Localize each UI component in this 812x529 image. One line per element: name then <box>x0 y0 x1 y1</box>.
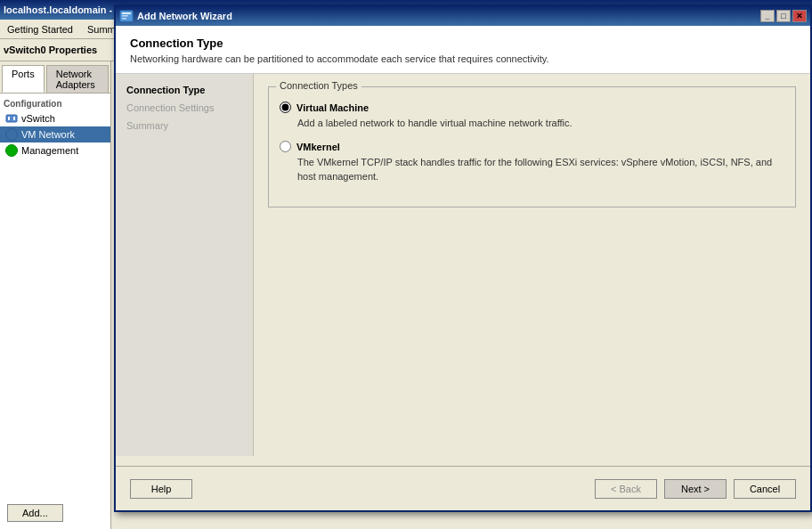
svg-rect-4 <box>122 12 131 14</box>
help-button[interactable]: Help <box>130 479 192 499</box>
virtual-machine-description: Add a labeled network to handle virtual … <box>297 117 784 130</box>
menu-getting-started[interactable]: Getting Started <box>0 22 80 37</box>
dialog-footer: Help < Back Next > Cancel <box>116 466 810 510</box>
cancel-button[interactable]: Cancel <box>734 479 796 499</box>
back-button[interactable]: < Back <box>595 479 657 499</box>
wizard-nav-summary: Summary <box>116 117 253 134</box>
vmkernel-radio[interactable] <box>280 141 291 152</box>
vmkernel-description: The VMkernel TCP/IP stack handles traffi… <box>297 156 784 183</box>
header-description: Networking hardware can be partitioned t… <box>130 53 796 64</box>
wizard-nav-connection-type[interactable]: Connection Type <box>116 81 253 99</box>
add-button[interactable]: Add... <box>7 504 63 522</box>
svg-rect-0 <box>6 115 17 122</box>
sidebar-item-vm-network[interactable]: VM Network <box>0 126 110 142</box>
vmkernel-option: VMkernel The VMkernel TCP/IP stack handl… <box>280 141 784 183</box>
config-label: Configuration <box>0 94 110 110</box>
dialog-title-text: Add Network Wizard <box>119 9 232 23</box>
tab-network-adapters[interactable]: Network Adapters <box>46 65 109 93</box>
management-label: Management <box>21 145 78 156</box>
dialog-title: Add Network Wizard <box>137 11 232 21</box>
vswitch-label: vSwitch <box>21 113 55 124</box>
next-button[interactable]: Next > <box>664 479 727 499</box>
virtual-machine-option: Virtual Machine Add a labeled network to… <box>280 102 784 130</box>
virtual-machine-title: Virtual Machine <box>296 102 369 113</box>
sidebar-item-vswitch[interactable]: vSwitch <box>0 110 110 126</box>
sidebar: Ports Network Adapters Configuration vSw… <box>0 61 111 529</box>
wizard-content-area: Connection Types Virtual Machine Add a l… <box>254 74 810 456</box>
vmkernel-label[interactable]: VMkernel <box>280 141 784 152</box>
maximize-button[interactable]: □ <box>776 10 791 22</box>
virtual-machine-label[interactable]: Virtual Machine <box>280 102 784 113</box>
management-icon <box>5 144 18 157</box>
vm-network-label: VM Network <box>21 129 75 140</box>
wizard-nav-connection-settings: Connection Settings <box>116 99 253 117</box>
minimize-button[interactable]: _ <box>760 10 775 22</box>
footer-navigation: < Back Next > Cancel <box>595 479 796 499</box>
header-title: Connection Type <box>130 37 796 50</box>
svg-rect-2 <box>13 117 15 120</box>
svg-rect-6 <box>122 18 126 20</box>
wizard-navigation: Connection Type Connection Settings Summ… <box>116 74 254 456</box>
switch-icon <box>5 112 18 125</box>
add-network-wizard-dialog: Add Network Wizard _ □ ✕ Connection Type… <box>114 4 812 512</box>
svg-rect-1 <box>8 117 10 120</box>
wizard-icon <box>119 9 134 23</box>
dialog-controls: _ □ ✕ <box>760 10 807 22</box>
svg-rect-5 <box>122 15 128 17</box>
tab-ports[interactable]: Ports <box>2 65 45 93</box>
vm-network-icon <box>5 128 18 141</box>
virtual-machine-radio[interactable] <box>280 102 291 113</box>
dialog-body: Connection Type Connection Settings Summ… <box>116 74 810 456</box>
dialog-header: Connection Type Networking hardware can … <box>116 26 810 74</box>
vmkernel-title: VMkernel <box>296 142 340 152</box>
window-title-text: vSwitch0 Properties <box>4 45 97 55</box>
sidebar-tabs: Ports Network Adapters <box>0 61 110 94</box>
sidebar-item-management[interactable]: Management <box>0 142 110 159</box>
connection-types-group: Connection Types Virtual Machine Add a l… <box>268 86 796 208</box>
dialog-titlebar: Add Network Wizard _ □ ✕ <box>116 6 810 26</box>
group-title: Connection Types <box>276 80 361 91</box>
close-button[interactable]: ✕ <box>792 10 807 22</box>
